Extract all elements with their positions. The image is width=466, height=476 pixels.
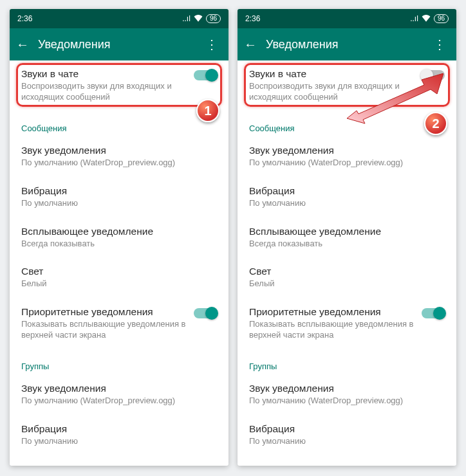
- phone-left: 2:36 ..ıl 96 ← Уведомления ⋮ Звуки в чат…: [10, 9, 228, 466]
- chat-sounds-subtitle: Воспроизводить звуки для входящих и исхо…: [249, 81, 416, 103]
- status-right: ..ıl 96: [410, 14, 449, 24]
- status-time: 2:36: [17, 14, 32, 23]
- section-groups-label: Группы: [238, 350, 456, 375]
- signal-icon: ..ıl: [410, 14, 418, 23]
- statusbar: 2:36 ..ıl 96: [10, 9, 228, 28]
- status-right: ..ıl 96: [182, 14, 221, 24]
- section-groups-label: Группы: [10, 350, 228, 375]
- chat-sounds-subtitle: Воспроизводить звуки для входящих и исхо…: [21, 81, 189, 103]
- appbar: ← Уведомления ⋮: [238, 28, 456, 60]
- group-notif-sound-row[interactable]: Звук уведомления По умолчанию (WaterDrop…: [238, 375, 456, 416]
- chat-sounds-toggle-on[interactable]: [194, 70, 217, 80]
- step2-badge: 2: [424, 112, 447, 135]
- appbar: ← Уведомления ⋮: [10, 28, 228, 60]
- more-icon[interactable]: ⋮: [201, 37, 222, 52]
- vibration-row[interactable]: Вибрация По умолчанию: [10, 178, 228, 218]
- popup-row[interactable]: Всплывающее уведомление Всегда показыват…: [10, 218, 228, 259]
- battery-pill: 96: [434, 14, 449, 23]
- group-vibration-row[interactable]: Вибрация По умолчанию: [10, 416, 228, 456]
- back-icon[interactable]: ←: [16, 37, 38, 52]
- battery-pill: 96: [206, 14, 221, 23]
- wifi-icon: [422, 14, 431, 24]
- light-row[interactable]: Свет Белый: [238, 258, 456, 298]
- statusbar: 2:36 ..ıl 96: [238, 9, 456, 28]
- back-icon[interactable]: ←: [244, 37, 266, 52]
- section-messages-label: Сообщения: [10, 112, 228, 137]
- chat-sounds-row[interactable]: Звуки в чате Воспроизводить звуки для вх…: [238, 60, 456, 112]
- notif-sound-row[interactable]: Звук уведомления По умолчанию (WaterDrop…: [238, 137, 456, 178]
- light-row[interactable]: Свет Белый: [10, 258, 228, 298]
- content: Звуки в чате Воспроизводить звуки для вх…: [238, 60, 456, 456]
- wifi-icon: [194, 14, 203, 24]
- group-vibration-row[interactable]: Вибрация По умолчанию: [238, 416, 456, 456]
- appbar-title: Уведомления: [38, 38, 201, 51]
- chat-sounds-toggle-off[interactable]: [422, 70, 445, 80]
- priority-toggle[interactable]: [194, 308, 217, 318]
- more-icon[interactable]: ⋮: [429, 37, 450, 52]
- chat-sounds-title: Звуки в чате: [21, 68, 189, 80]
- phone-right: 2:36 ..ıl 96 ← Уведомления ⋮ Звуки в чат…: [238, 9, 456, 466]
- notif-sound-row[interactable]: Звук уведомления По умолчанию (WaterDrop…: [10, 137, 228, 178]
- status-time: 2:36: [245, 14, 260, 23]
- priority-row[interactable]: Приоритетные уведомления Показывать вспл…: [10, 298, 228, 350]
- popup-row[interactable]: Всплывающее уведомление Всегда показыват…: [238, 218, 456, 259]
- section-messages-label: Сообщения: [238, 112, 456, 137]
- chat-sounds-row[interactable]: Звуки в чате Воспроизводить звуки для вх…: [10, 60, 228, 112]
- chat-sounds-title: Звуки в чате: [249, 68, 416, 80]
- step1-badge: 1: [196, 99, 219, 122]
- vibration-row[interactable]: Вибрация По умолчанию: [238, 178, 456, 218]
- group-notif-sound-row[interactable]: Звук уведомления По умолчанию (WaterDrop…: [10, 375, 228, 416]
- signal-icon: ..ıl: [182, 14, 191, 23]
- content: Звуки в чате Воспроизводить звуки для вх…: [10, 60, 228, 456]
- priority-row[interactable]: Приоритетные уведомления Показывать вспл…: [238, 298, 456, 350]
- appbar-title: Уведомления: [266, 38, 429, 51]
- priority-toggle[interactable]: [422, 308, 445, 318]
